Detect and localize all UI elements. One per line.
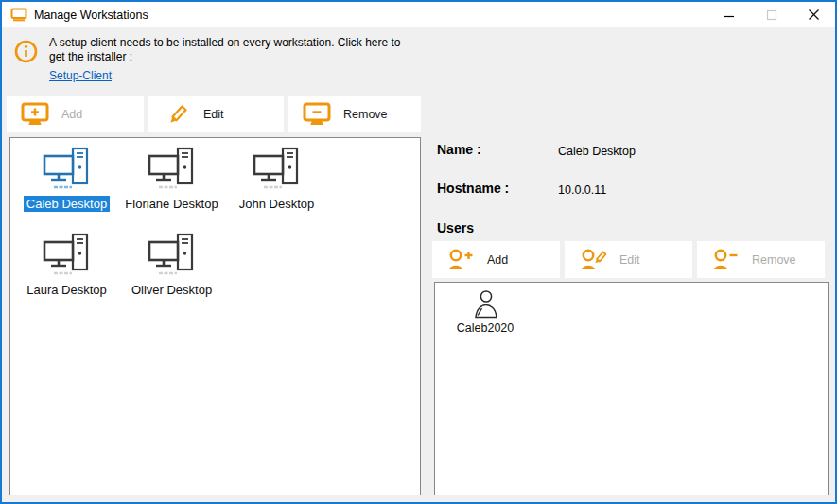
workstation-item[interactable]: Oliver Desktop: [119, 233, 224, 305]
monitor-plus-icon: [20, 102, 50, 128]
user-label: Caleb2020: [457, 322, 514, 335]
hostname-label: Hostname :: [437, 181, 509, 196]
user-toolbar: Add Edit Remove: [432, 241, 825, 278]
users-heading: Users: [437, 220, 474, 235]
maximize-icon: [766, 9, 777, 21]
computer-icon: [146, 147, 199, 191]
user-add-button[interactable]: Add: [432, 241, 560, 278]
computer-icon: [146, 233, 199, 277]
workstation-label: Laura Desktop: [24, 282, 110, 298]
computer-icon: [251, 147, 304, 191]
close-button[interactable]: [793, 2, 835, 27]
title-bar: Manage Workstations: [2, 2, 835, 27]
hostname-value: 10.0.0.11: [558, 183, 606, 197]
workstation-item[interactable]: Laura Desktop: [14, 233, 119, 305]
button-label: Edit: [619, 253, 640, 267]
computer-icon: [41, 147, 94, 191]
user-minus-icon: [710, 248, 741, 272]
user-list[interactable]: Caleb2020: [434, 282, 829, 495]
workstation-label: Oliver Desktop: [129, 282, 215, 298]
info-icon: [14, 40, 38, 67]
button-label: Add: [61, 108, 82, 121]
user-pencil-icon: [578, 248, 608, 272]
workstation-item[interactable]: Caleb Desktop: [14, 147, 119, 219]
name-label: Name :: [437, 142, 481, 157]
button-label: Add: [487, 253, 508, 267]
pencil-icon: [162, 102, 192, 128]
workstation-edit-button[interactable]: Edit: [148, 96, 284, 132]
workstation-item[interactable]: Floriane Desktop: [119, 147, 224, 219]
minimize-icon: [724, 9, 735, 21]
monitor-minus-icon: [302, 102, 332, 128]
setup-client-link[interactable]: Setup-Client: [49, 69, 112, 82]
monitor-app-icon: [10, 8, 27, 22]
workstation-item[interactable]: John Desktop: [224, 147, 329, 219]
workstation-remove-button[interactable]: Remove: [288, 96, 421, 132]
user-plus-icon: [445, 248, 476, 272]
minimize-button[interactable]: [707, 2, 750, 27]
button-label: Remove: [343, 108, 388, 121]
person-icon: [471, 288, 499, 319]
user-remove-button[interactable]: Remove: [697, 241, 825, 278]
workstation-label: John Desktop: [236, 196, 318, 212]
name-value: Caleb Desktop: [558, 145, 636, 158]
banner-message: A setup client needs to be installed on …: [49, 36, 416, 64]
workstation-label: Floriane Desktop: [122, 196, 220, 212]
maximize-button[interactable]: [750, 2, 793, 27]
workstation-add-button[interactable]: Add: [7, 96, 144, 132]
manage-workstations-window: Manage Workstations A setup client needs…: [0, 0, 837, 504]
workstation-toolbar: Add Edit Remove: [7, 96, 421, 132]
close-icon: [808, 9, 820, 21]
window-controls: [707, 2, 835, 27]
workstation-label: Caleb Desktop: [24, 196, 110, 212]
computer-icon: [41, 233, 94, 277]
button-label: Remove: [752, 253, 796, 267]
workstation-list[interactable]: Caleb Desktop Floriane Desktop John Desk…: [9, 137, 421, 495]
user-edit-button[interactable]: Edit: [565, 241, 692, 278]
button-label: Edit: [203, 108, 224, 121]
user-item[interactable]: Caleb2020: [445, 288, 526, 335]
window-title: Manage Workstations: [34, 9, 148, 22]
